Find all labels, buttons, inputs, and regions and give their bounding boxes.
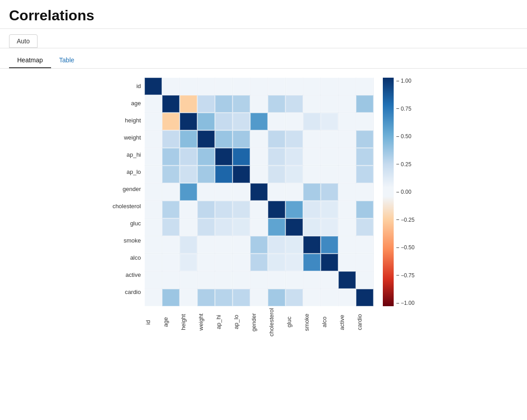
y-labels: idageheightweightap_hiap_logendercholest… [113, 78, 145, 301]
heatmap-cell [356, 95, 373, 112]
heatmap-cell [356, 271, 373, 289]
colorbar-area: 1.000.750.500.250.00−0.25−0.50−0.75−1.00 [383, 78, 414, 306]
heatmap-cell [268, 271, 285, 289]
heatmap-cell [162, 183, 179, 201]
heatmap-cell [180, 95, 197, 112]
heatmap-cell [145, 183, 162, 201]
heatmap-cell [233, 183, 250, 201]
heatmap-cell [339, 236, 356, 253]
heatmap-cell [180, 166, 197, 183]
heatmap-cell [303, 289, 320, 306]
tab-table[interactable]: Table [51, 53, 82, 68]
heatmap-cell [250, 166, 268, 183]
heatmap-cell [268, 113, 285, 130]
heatmap-cell [198, 236, 215, 253]
heatmap-cell [198, 113, 215, 130]
y-label: ap_lo [113, 163, 145, 181]
heatmap-cell [215, 183, 232, 201]
heatmap-cell [215, 113, 232, 130]
heatmap-cell [356, 289, 373, 306]
heatmap-cell [215, 289, 232, 306]
heatmap-cell [198, 148, 215, 165]
colorbar-tick-label: 0.25 [401, 161, 411, 168]
heatmap-cell [321, 183, 338, 201]
heatmap-cell [233, 219, 250, 236]
heatmap-cell [286, 219, 303, 236]
heatmap-cell [145, 236, 162, 253]
heatmap-cell [321, 78, 338, 95]
colorbar-tick [396, 136, 399, 137]
heatmap-cell [268, 95, 285, 112]
view-tabs: Heatmap Table [0, 48, 527, 69]
heatmap-cell [215, 131, 232, 148]
heatmap-cell [303, 271, 320, 289]
heatmap-cell [162, 271, 179, 289]
heatmap-cell [233, 236, 250, 253]
x-label: gluc [286, 308, 303, 336]
heatmap-cell [145, 78, 162, 95]
colorbar-label: 1.00 [396, 78, 414, 84]
heatmap-cell [250, 289, 268, 306]
heatmap-cell [303, 131, 320, 148]
x-label: gender [250, 308, 268, 336]
heatmap-cell [286, 95, 303, 112]
heatmap-cell [162, 254, 179, 271]
heatmap-cell [180, 289, 197, 306]
heatmap-cell [233, 95, 250, 112]
colorbar-tick-label: 1.00 [401, 78, 411, 84]
heatmap-cell [339, 254, 356, 271]
heatmap-cell [321, 113, 338, 130]
heatmap-cell [250, 236, 268, 253]
heatmap-cell [268, 219, 285, 236]
colorbar-tick-label: −1.00 [401, 300, 414, 306]
heatmap-cell [233, 289, 250, 306]
page-header: Correlations [0, 0, 527, 29]
heatmap-cell [145, 131, 162, 148]
heatmap-cell [198, 254, 215, 271]
heatmap-cell [321, 95, 338, 112]
heatmap-cell [286, 271, 303, 289]
colorbar-label: −0.75 [396, 272, 414, 279]
heatmap-cell [233, 201, 250, 218]
y-label: smoke [113, 232, 145, 249]
heatmap-cell [356, 78, 373, 95]
heatmap-cell [180, 113, 197, 130]
y-label: height [113, 112, 145, 129]
heatmap-cell [198, 166, 215, 183]
colorbar-label: 0.25 [396, 161, 414, 168]
colorbar [383, 78, 394, 306]
tab-bar-outer: Auto [0, 29, 527, 48]
heatmap-cell [356, 201, 373, 218]
page-title: Correlations [9, 7, 518, 24]
tab-heatmap[interactable]: Heatmap [9, 53, 51, 68]
heatmap-cell [268, 148, 285, 165]
heatmap-cell [303, 219, 320, 236]
colorbar-label: 0.50 [396, 133, 414, 140]
colorbar-wrapper: 1.000.750.500.250.00−0.25−0.50−0.75−1.00 [383, 78, 414, 306]
tab-auto[interactable]: Auto [9, 34, 38, 48]
heatmap-cell [339, 289, 356, 306]
heatmap-cell [233, 113, 250, 130]
heatmap-cell [145, 219, 162, 236]
heatmap-cell [180, 201, 197, 218]
heatmap-cell [250, 131, 268, 148]
heatmap-cell [339, 95, 356, 112]
colorbar-tick-label: 0.75 [401, 106, 411, 112]
heatmap-cell [180, 219, 197, 236]
heatmap-cell [198, 219, 215, 236]
heatmap-cell [268, 183, 285, 201]
heatmap-cell [339, 148, 356, 165]
heatmap-cell [303, 166, 320, 183]
heatmap-cell [356, 236, 373, 253]
heatmap-cell [233, 131, 250, 148]
colorbar-tick [396, 275, 399, 275]
heatmap-cell [162, 236, 179, 253]
heatmap-cell [198, 289, 215, 306]
heatmap-cell [145, 148, 162, 165]
heatmap-cell [162, 78, 179, 95]
heatmap-cell [162, 95, 179, 112]
heatmap-cell [145, 271, 162, 289]
heatmap-cell [180, 78, 197, 95]
heatmap-cell [145, 95, 162, 112]
heatmap-cell [162, 131, 179, 148]
